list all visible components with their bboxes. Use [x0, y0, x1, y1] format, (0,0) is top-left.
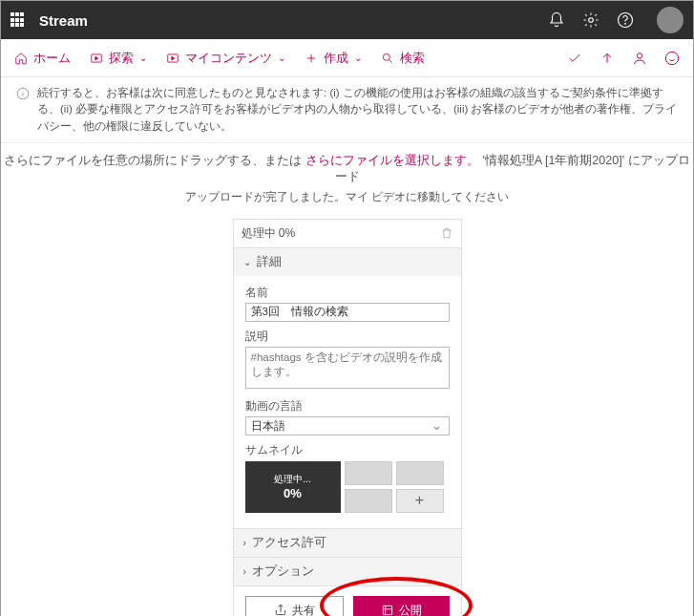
svg-rect-9 — [383, 606, 391, 615]
thumbnail-option[interactable] — [396, 461, 444, 485]
share-button[interactable]: 共有 — [245, 596, 344, 616]
desc-label: 説明 — [245, 329, 450, 344]
lang-label: 動画の言語 — [245, 399, 450, 414]
smile-icon[interactable] — [664, 51, 680, 66]
nav-home[interactable]: ホーム — [14, 50, 71, 67]
thumbnail-main[interactable]: 処理中... 0% — [245, 461, 341, 513]
app-brand: Stream — [39, 12, 548, 29]
desc-input[interactable] — [245, 347, 450, 389]
delete-icon[interactable] — [440, 226, 453, 240]
my-video-link[interactable]: マイ ビデオ — [346, 190, 406, 203]
select-files-link[interactable]: さらにファイルを選択します。 — [305, 154, 479, 167]
svg-point-5 — [383, 53, 389, 60]
person-icon[interactable] — [632, 51, 647, 66]
nav-search[interactable]: 検索 — [381, 50, 425, 67]
bell-icon[interactable] — [548, 11, 565, 29]
consent-notice: 続行すると、お客様は次に同意したものと見なされます: (i) この機能の使用はお… — [1, 77, 693, 143]
info-icon — [16, 87, 30, 100]
sub-nav: ホーム 探索⌄ マイコンテンツ⌄ 作成⌄ 検索 — [1, 39, 693, 77]
publish-button[interactable]: 公開 — [353, 596, 450, 616]
app-header: Stream — [1, 1, 693, 39]
avatar[interactable] — [657, 7, 683, 33]
options-header[interactable]: ›オプション — [234, 557, 461, 585]
upload-message: さらにファイルを任意の場所にドラッグする、または さらにファイルを選択します。 … — [1, 143, 693, 185]
svg-point-7 — [665, 52, 678, 64]
check-icon[interactable] — [567, 51, 582, 66]
svg-point-0 — [589, 18, 594, 23]
thumb-label: サムネイル — [245, 443, 450, 457]
access-header[interactable]: ›アクセス許可 — [234, 528, 461, 557]
nav-create[interactable]: 作成⌄ — [305, 50, 362, 67]
progress-text: 処理中 0% — [242, 225, 296, 242]
thumbnail-option[interactable] — [345, 489, 392, 513]
app-launcher-icon[interactable] — [11, 12, 26, 28]
upload-icon[interactable] — [599, 51, 615, 66]
thumbnail-option[interactable] — [345, 461, 392, 485]
thumbnail-add[interactable]: + — [396, 489, 444, 513]
help-icon[interactable] — [617, 11, 634, 29]
svg-point-2 — [625, 23, 626, 24]
gear-icon[interactable] — [582, 11, 599, 29]
details-header[interactable]: ⌄詳細 — [234, 247, 461, 276]
upload-complete-message: アップロードが完了しました。マイ ビデオに移動してください — [1, 185, 693, 219]
upload-panel: 処理中 0% ⌄詳細 名前 説明 動画の言語 日本語 サムネイル 処理中... … — [233, 219, 462, 616]
nav-mycontent[interactable]: マイコンテンツ⌄ — [166, 50, 285, 67]
lang-select[interactable]: 日本語 — [245, 416, 450, 435]
svg-point-6 — [637, 53, 641, 57]
name-label: 名前 — [245, 286, 450, 300]
nav-explore[interactable]: 探索⌄ — [90, 50, 147, 67]
name-input[interactable] — [245, 303, 450, 322]
